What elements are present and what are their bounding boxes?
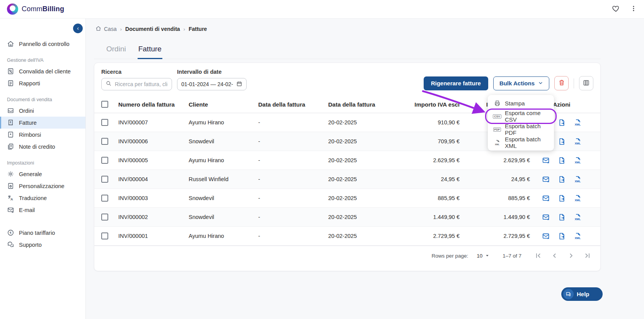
- export-document-icon[interactable]: [558, 194, 566, 202]
- amount-incl-cell: 24,95 €: [460, 176, 530, 182]
- export-document-icon[interactable]: [558, 213, 566, 221]
- export-document-icon[interactable]: [558, 175, 566, 183]
- sidebar: ‹ Pannello di controllo Gestione dell'IV…: [0, 19, 86, 319]
- calendar-icon: [236, 81, 242, 88]
- menu-item-label: Esporta come CSV: [505, 110, 549, 123]
- invoice-date-2-cell: 20-02-2025: [328, 119, 398, 126]
- xml-file-icon[interactable]: XML: [574, 156, 582, 165]
- breadcrumb-home[interactable]: Casa: [95, 25, 117, 32]
- sidebar-item-orders[interactable]: Ordini: [0, 105, 85, 117]
- send-email-icon[interactable]: [542, 194, 550, 202]
- sidebar-item-invoices[interactable]: € Fatture: [0, 117, 85, 129]
- translation-icon: A: [7, 194, 14, 202]
- row-checkbox[interactable]: [101, 176, 108, 183]
- column-header-invoice-number[interactable]: Numero della fattura: [118, 101, 189, 108]
- sidebar-item-customization[interactable]: Personalizzazione: [0, 180, 85, 192]
- chevron-left-icon: ‹: [77, 25, 79, 31]
- column-settings-button[interactable]: [579, 76, 593, 90]
- sidebar-collapse-button[interactable]: ‹: [73, 24, 83, 33]
- send-email-icon[interactable]: [542, 156, 550, 165]
- invoice-date-cell: -: [258, 176, 328, 182]
- help-button[interactable]: Help: [561, 287, 603, 301]
- sidebar-item-label: Convalida del cliente: [19, 68, 71, 75]
- xml-file-icon[interactable]: XML: [574, 213, 582, 221]
- row-checkbox[interactable]: [101, 138, 108, 145]
- delete-button[interactable]: [554, 76, 569, 90]
- regenerate-invoices-button[interactable]: Rigenerare fatture: [424, 76, 488, 90]
- bulk-actions-button[interactable]: Bulk Actions: [493, 76, 549, 90]
- sidebar-item-translation[interactable]: A Traduzione: [0, 192, 85, 204]
- column-header-invoice-date[interactable]: Data della fattura: [258, 101, 328, 108]
- sidebar-item-credit-notes[interactable]: Note di credito: [0, 141, 85, 153]
- sidebar-item-general[interactable]: Generale: [0, 168, 85, 180]
- amount-excl-cell: 2.629,95 €: [398, 157, 460, 163]
- sidebar-item-refunds[interactable]: Rimborsi: [0, 129, 85, 141]
- previous-page-button[interactable]: [551, 252, 559, 260]
- column-header-amount-excl[interactable]: Importo IVA escl: [398, 101, 460, 108]
- tab-invoices[interactable]: Fatture: [138, 42, 162, 59]
- menu-item-print[interactable]: Stampa: [488, 97, 554, 110]
- row-checkbox[interactable]: [101, 195, 108, 202]
- table-row[interactable]: INV/000001 Ayumu Hirano - 20-02-2025 2.7…: [94, 227, 600, 246]
- row-checkbox[interactable]: [101, 119, 108, 126]
- sidebar-item-pricing-plan[interactable]: € Piano tariffario: [0, 227, 85, 239]
- svg-text:XML: XML: [574, 160, 581, 164]
- table-row[interactable]: INV/000004 Russell Winfield - 20-02-2025…: [94, 170, 600, 189]
- xml-file-icon[interactable]: XML: [574, 137, 582, 146]
- amount-incl-cell: 2.629,95 €: [460, 157, 530, 163]
- table-row[interactable]: INV/000005 Ayumu Hirano - 20-02-2025 2.6…: [94, 151, 600, 170]
- svg-text:XML: XML: [574, 236, 581, 239]
- xml-file-icon[interactable]: XML: [574, 175, 582, 183]
- invoice-date-2-cell: 20-02-2025: [328, 176, 398, 182]
- sidebar-item-label: Note di credito: [19, 144, 55, 150]
- column-header-client[interactable]: Cliente: [189, 101, 258, 108]
- table-row[interactable]: INV/000002 Snowdevil - 20-02-2025 1.449,…: [94, 208, 600, 227]
- sidebar-item-email[interactable]: E-mail: [0, 204, 85, 216]
- export-document-icon[interactable]: [558, 232, 566, 240]
- sidebar-item-support[interactable]: Supporto: [0, 239, 85, 251]
- export-document-icon[interactable]: [558, 156, 566, 165]
- breadcrumb-sales-documents[interactable]: Documenti di vendita: [125, 26, 180, 32]
- export-document-icon[interactable]: [558, 137, 566, 146]
- rows-per-page-select[interactable]: 10: [477, 253, 489, 259]
- top-bar: CommBilling: [0, 0, 644, 19]
- menu-item-export-csv[interactable]: CSV Esporta come CSV: [488, 110, 554, 123]
- sidebar-item-label: Fatture: [19, 120, 37, 126]
- send-email-icon[interactable]: [542, 213, 550, 221]
- amount-incl-cell: 1.449,90 €: [460, 214, 530, 220]
- email-icon: [7, 206, 14, 214]
- menu-item-export-xml[interactable]: XML Esporta batch XML: [488, 136, 554, 149]
- pricing-plan-icon: €: [7, 229, 14, 236]
- table-row[interactable]: INV/000003 Snowdevil - 20-02-2025 885,95…: [94, 189, 600, 208]
- favorites-button[interactable]: [612, 5, 620, 14]
- send-email-icon[interactable]: [542, 232, 550, 240]
- sidebar-item-dashboard[interactable]: Pannello di controllo: [0, 38, 85, 50]
- date-range-input[interactable]: 01-01-2024 — 24-02-202: [177, 78, 247, 90]
- invoice-number-cell: INV/000001: [118, 233, 189, 239]
- xml-file-icon[interactable]: XML: [574, 232, 582, 240]
- menu-item-export-pdf[interactable]: PDF Esporta batch PDF: [488, 123, 554, 136]
- search-input[interactable]: [115, 81, 168, 87]
- row-checkbox[interactable]: [101, 157, 108, 164]
- row-checkbox[interactable]: [101, 214, 108, 221]
- overflow-menu-button[interactable]: [630, 5, 637, 13]
- sidebar-item-label: Generale: [19, 171, 42, 177]
- sidebar-item-reports[interactable]: Rapporti: [0, 77, 85, 89]
- first-page-button[interactable]: [535, 252, 542, 260]
- row-checkbox[interactable]: [101, 232, 108, 239]
- breadcrumb-invoices: Fatture: [189, 26, 207, 32]
- tab-orders[interactable]: Ordini: [106, 42, 127, 59]
- xml-file-icon[interactable]: XML: [574, 119, 582, 127]
- column-header-invoice-date-2[interactable]: Data della fattura: [328, 101, 398, 108]
- send-email-icon[interactable]: [542, 175, 550, 183]
- client-cell: Snowdevil: [189, 214, 258, 220]
- xml-file-icon[interactable]: XML: [574, 194, 582, 202]
- select-all-checkbox[interactable]: [101, 101, 108, 108]
- sidebar-item-customer-validation[interactable]: Convalida del cliente: [0, 65, 85, 77]
- export-document-icon[interactable]: [558, 119, 566, 127]
- next-page-button[interactable]: [567, 252, 575, 260]
- app-logo[interactable]: CommBilling: [7, 3, 64, 15]
- heart-icon: [612, 5, 620, 14]
- last-page-button[interactable]: [583, 252, 591, 260]
- invoice-date-cell: -: [258, 195, 328, 201]
